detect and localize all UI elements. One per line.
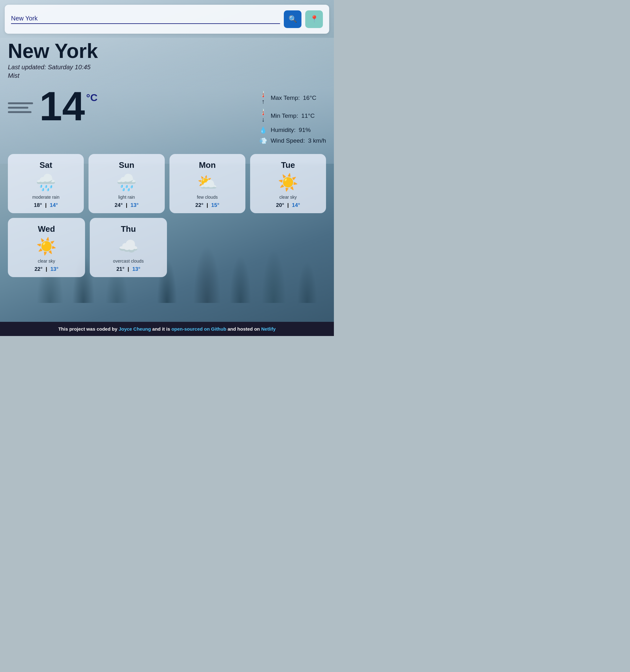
wind-icon: 💨 <box>259 137 267 145</box>
forecast-desc: moderate rain <box>32 195 59 200</box>
stats-section: 🌡️↑ Max Temp: 16°C 🌡️↓ Min Temp: 11°C 💧 … <box>259 90 326 145</box>
search-bar: 🔍 📍 <box>5 5 329 34</box>
wind-row: 💨 Wind Speed: 3 km/h <box>259 137 326 145</box>
forecast-day: Sun <box>119 160 134 170</box>
forecast-icon: 🌧️ <box>116 174 137 191</box>
condition-text: Mist <box>8 72 326 79</box>
search-input[interactable] <box>11 15 280 24</box>
min-temp-label: Min Temp: <box>271 113 298 119</box>
footer-author-link[interactable]: Joyce Cheung <box>119 326 151 332</box>
forecast-card: Wed ☀️ clear sky 22° | 13° <box>8 218 85 277</box>
forecast-high: 22° <box>34 266 43 272</box>
forecast-temps: 20° | 14° <box>276 202 300 209</box>
forecast-icon: ☁️ <box>118 238 139 255</box>
humidity-value: 91% <box>299 126 310 134</box>
search-button[interactable]: 🔍 <box>284 10 301 28</box>
forecast-low: 13° <box>132 266 140 272</box>
footer-github-link[interactable]: open-sourced on Github <box>171 326 226 332</box>
last-updated: Last updated: Saturday 10:45 <box>8 64 326 71</box>
forecast-low: 14° <box>292 202 300 209</box>
forecast-high: 20° <box>276 202 284 209</box>
wind-label: Wind Speed: <box>271 137 305 144</box>
wind-value: 3 km/h <box>308 137 326 144</box>
forecast-icon: ⛅ <box>197 174 218 191</box>
footer-text-end: and hosted on <box>226 326 261 332</box>
forecast-low: 15° <box>211 202 219 209</box>
max-temp-value: 16°C <box>303 94 316 101</box>
temp-section: 14 °C <box>8 86 98 126</box>
forecast-day: Wed <box>38 224 55 234</box>
thermometer-down-icon: 🌡️↓ <box>259 108 267 123</box>
footer-text-prefix: This project was coded by <box>58 326 119 332</box>
forecast-icon: ☀️ <box>278 174 298 191</box>
max-temp-row: 🌡️↑ Max Temp: 16°C <box>259 90 326 105</box>
temperature-value: 14 <box>39 86 85 126</box>
humidity-icon: 💧 <box>259 126 267 134</box>
forecast-low: 14° <box>50 202 58 209</box>
forecast-day: Thu <box>121 224 136 234</box>
forecast-icon: ☀️ <box>36 238 57 255</box>
temp-unit: °C <box>86 92 98 103</box>
mist-icon <box>8 102 33 113</box>
forecast-card: Mon ⛅ few clouds 22° | 15° <box>169 154 246 213</box>
forecast-desc: overcast clouds <box>113 259 144 264</box>
footer-text-middle: and it is <box>151 326 171 332</box>
forecast-high: 22° <box>195 202 204 209</box>
humidity-row: 💧 Humidity: 91% <box>259 126 326 134</box>
forecast-card: Tue ☀️ clear sky 20° | 14° <box>250 154 326 213</box>
forecast-temps: 22° | 13° <box>34 266 58 272</box>
city-name: New York <box>8 40 326 62</box>
temp-display: 14 °C <box>39 86 98 126</box>
forecast-low: 13° <box>50 266 59 272</box>
forecast-day: Mon <box>199 160 215 170</box>
forecast-desc: clear sky <box>279 195 297 200</box>
forecast-day: Sat <box>39 160 52 170</box>
mist-line-3 <box>8 111 31 113</box>
min-temp-row: 🌡️↓ Min Temp: 11°C <box>259 108 326 123</box>
forecast-card: Sun 🌧️ light rain 24° | 13° <box>89 154 164 213</box>
forecast-desc: few clouds <box>197 195 218 200</box>
forecast-temps: 22° | 15° <box>195 202 219 209</box>
footer: This project was coded by Joyce Cheung a… <box>0 322 334 336</box>
forecast-grid-bottom: Wed ☀️ clear sky 22° | 13° Thu ☁️ overca… <box>8 218 167 277</box>
thermometer-up-icon: 🌡️↑ <box>259 90 267 105</box>
forecast-temps: 21° | 13° <box>116 266 140 272</box>
location-icon: 📍 <box>310 15 319 23</box>
min-temp-value: 11°C <box>301 113 314 119</box>
forecast-icon: 🌧️ <box>36 174 56 191</box>
search-icon: 🔍 <box>288 15 297 23</box>
forecast-high: 18° <box>34 202 42 209</box>
forecast-card: Thu ☁️ overcast clouds 21° | 13° <box>90 218 167 277</box>
forecast-temps: 18° | 14° <box>34 202 58 209</box>
forecast-low: 13° <box>131 202 139 209</box>
weather-main-row: 14 °C 🌡️↑ Max Temp: 16°C 🌡️↓ Min Temp: 1… <box>8 86 326 145</box>
forecast-grid-top: Sat 🌧️ moderate rain 18° | 14° Sun 🌧️ li… <box>8 154 326 213</box>
forecast-desc: light rain <box>118 195 135 200</box>
max-temp-label: Max Temp: <box>271 94 300 101</box>
forecast-high: 24° <box>115 202 123 209</box>
forecast-desc: clear sky <box>38 259 55 264</box>
forecast-temps: 24° | 13° <box>115 202 139 209</box>
humidity-label: Humidity: <box>271 126 296 134</box>
forecast-card: Sat 🌧️ moderate rain 18° | 14° <box>8 154 84 213</box>
mist-line-1 <box>8 102 33 104</box>
mist-line-2 <box>8 107 28 109</box>
footer-netlify-link[interactable]: Netlify <box>261 326 276 332</box>
location-button[interactable]: 📍 <box>305 10 323 28</box>
forecast-high: 21° <box>116 266 124 272</box>
forecast-day: Tue <box>281 160 295 170</box>
